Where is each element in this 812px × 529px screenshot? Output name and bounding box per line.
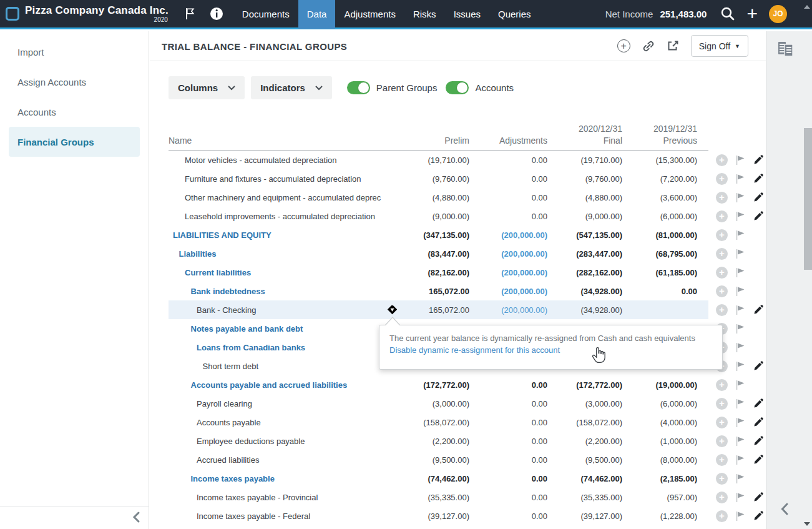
column-header-adjustments[interactable]: Adjustments (469, 123, 547, 147)
add-circle-icon[interactable]: + (716, 267, 728, 279)
nav-item-adjustments[interactable]: Adjustments (335, 0, 404, 29)
flag-icon[interactable] (735, 211, 746, 222)
table-row-furniture-and-fixtures-accumulated-depreciation[interactable]: Furniture and fixtures - accumulated dep… (169, 169, 766, 188)
link-icon[interactable] (642, 39, 655, 53)
pencil-icon[interactable] (753, 436, 763, 446)
accounts-toggle[interactable] (446, 81, 469, 94)
add-circle-icon[interactable]: + (716, 192, 728, 204)
sidebar-item-assign-accounts[interactable]: Assign Accounts (9, 67, 140, 97)
table-row-accrued-liabilities[interactable]: Accrued liabilities(9,500.00)0.00(9,500.… (169, 450, 766, 469)
table-row-accounts-payable[interactable]: Accounts payable(158,072.00)0.00(158,072… (169, 413, 766, 432)
sign-off-button[interactable]: Sign Off ▼ (691, 35, 748, 57)
flag-icon[interactable] (735, 342, 746, 353)
indicators-dropdown[interactable]: Indicators (251, 76, 332, 99)
flag-icon[interactable] (735, 267, 746, 278)
pencil-icon[interactable] (753, 398, 763, 408)
add-circle-icon[interactable]: + (716, 492, 728, 503)
add-circle-icon[interactable]: + (716, 473, 728, 485)
columns-dropdown[interactable]: Columns (169, 76, 245, 99)
pencil-icon[interactable] (753, 361, 763, 371)
pencil-icon[interactable] (753, 155, 763, 165)
table-row-income-taxes-payable-provincial[interactable]: Income taxes payable - Provincial(35,335… (169, 488, 766, 507)
table-row-current-liabilities[interactable]: Current liabilities(82,162.00)(200,000.0… (169, 263, 766, 282)
add-circle-icon[interactable]: + (716, 154, 728, 166)
user-avatar[interactable]: JO (769, 5, 787, 23)
group-name-link[interactable]: Current liabilities (169, 268, 398, 277)
cell-adjustments[interactable]: (200,000.00) (469, 249, 547, 259)
add-circle-icon[interactable]: + (716, 285, 728, 297)
group-name-link[interactable]: Accounts payable and accrued liabilities (169, 380, 398, 390)
group-name-link[interactable]: Notes payable and bank debt (169, 324, 398, 334)
flag-icon[interactable] (735, 305, 746, 315)
sidebar-item-accounts[interactable]: Accounts (9, 97, 140, 127)
column-header-final[interactable]: 2020/12/31Final (547, 123, 622, 147)
flag-icon[interactable] (735, 511, 746, 522)
nav-item-documents[interactable]: Documents (233, 0, 298, 29)
circle-plus-icon[interactable]: + (617, 39, 630, 52)
scrollbar-up-arrow[interactable] (804, 5, 810, 9)
table-row-liabilities-and-equity[interactable]: LIABILITIES AND EQUITY(347,135.00)(200,0… (169, 225, 766, 244)
group-name-link[interactable]: Liabilities (169, 249, 398, 259)
scrollbar-down-arrow[interactable] (804, 522, 810, 526)
flag-icon[interactable] (735, 286, 746, 297)
cell-adjustments[interactable]: (200,000.00) (469, 287, 547, 296)
flag-icon[interactable] (735, 492, 746, 503)
flag-icon[interactable] (735, 324, 746, 334)
column-header-name[interactable]: Name (169, 135, 398, 147)
flag-icon[interactable] (735, 192, 746, 203)
pencil-icon[interactable] (753, 455, 763, 465)
parent-groups-toggle[interactable] (347, 81, 370, 94)
column-header-previous[interactable]: 2019/12/31Previous (622, 123, 697, 147)
add-icon[interactable]: + (746, 6, 758, 22)
table-row-liabilities[interactable]: Liabilities(83,447.00)(200,000.00)(283,4… (169, 244, 766, 263)
add-circle-icon[interactable]: + (716, 229, 728, 241)
cell-adjustments[interactable]: (200,000.00) (469, 268, 547, 277)
table-row-leasehold-improvements-accumulated-depreciation[interactable]: Leasehold improvements - accumulated dep… (169, 207, 766, 225)
pencil-icon[interactable] (753, 417, 763, 427)
add-circle-icon[interactable]: + (716, 379, 728, 391)
table-row-employee-deductions-payable[interactable]: Employee deductions payable(2,200.00)0.0… (169, 432, 766, 450)
disable-reassignment-link[interactable]: Disable dynamic re-assignment for this a… (389, 345, 712, 355)
group-name-link[interactable]: LIABILITIES AND EQUITY (169, 230, 398, 240)
search-icon[interactable] (720, 6, 735, 21)
flag-icon[interactable] (185, 7, 195, 20)
cell-adjustments[interactable]: (200,000.00) (469, 305, 547, 315)
group-name-link[interactable]: Income taxes payable (169, 474, 398, 483)
add-circle-icon[interactable]: + (716, 210, 728, 222)
table-row-other-machinery-and-equipment-accumulated-deprec[interactable]: Other machinery and equipment - accumula… (169, 188, 766, 207)
nav-item-risks[interactable]: Risks (404, 0, 445, 29)
group-name-link[interactable]: Bank indebtedness (169, 287, 398, 296)
pencil-icon[interactable] (753, 192, 763, 202)
table-row-bank-indebtedness[interactable]: Bank indebtedness165,072.00(200,000.00)(… (169, 282, 766, 300)
pencil-icon[interactable] (753, 174, 763, 184)
external-link-icon[interactable] (667, 39, 680, 52)
flag-icon[interactable] (735, 455, 746, 465)
nav-item-data[interactable]: Data (298, 0, 336, 29)
table-row-payroll-clearing[interactable]: Payroll clearing(3,000.00)0.00(3,000.00)… (169, 394, 766, 413)
pencil-icon[interactable] (753, 511, 763, 521)
nav-item-queries[interactable]: Queries (489, 0, 540, 29)
sidebar-item-financial-groups[interactable]: Financial Groups (9, 127, 140, 157)
flag-icon[interactable] (735, 361, 746, 372)
sidebar-item-import[interactable]: Import (9, 37, 140, 67)
add-circle-icon[interactable]: + (716, 304, 728, 316)
scrollbar-thumb[interactable] (804, 128, 812, 270)
flag-icon[interactable] (735, 436, 746, 447)
add-circle-icon[interactable]: + (716, 510, 728, 522)
flag-icon[interactable] (735, 398, 746, 409)
flag-icon[interactable] (735, 380, 746, 390)
group-name-link[interactable]: Loans from Canadian banks (169, 343, 398, 352)
flag-icon[interactable] (735, 174, 746, 184)
documents-panel-icon[interactable] (776, 39, 796, 62)
collapse-sidebar-chevron-icon[interactable] (131, 511, 141, 526)
flag-icon[interactable] (735, 155, 746, 166)
table-row-income-taxes-payable-federal[interactable]: Income taxes payable - Federal(39,127.00… (169, 507, 766, 525)
pencil-icon[interactable] (753, 211, 763, 221)
column-header-prelim[interactable]: Prelim (398, 123, 469, 147)
nav-item-issues[interactable]: Issues (445, 0, 489, 29)
add-circle-icon[interactable]: + (716, 398, 728, 410)
cell-adjustments[interactable]: (200,000.00) (469, 230, 547, 240)
pencil-icon[interactable] (753, 492, 763, 502)
table-row-motor-vehicles-accumulated-depreciation[interactable]: Motor vehicles - accumulated depreciatio… (169, 151, 766, 169)
info-icon[interactable] (210, 7, 223, 21)
